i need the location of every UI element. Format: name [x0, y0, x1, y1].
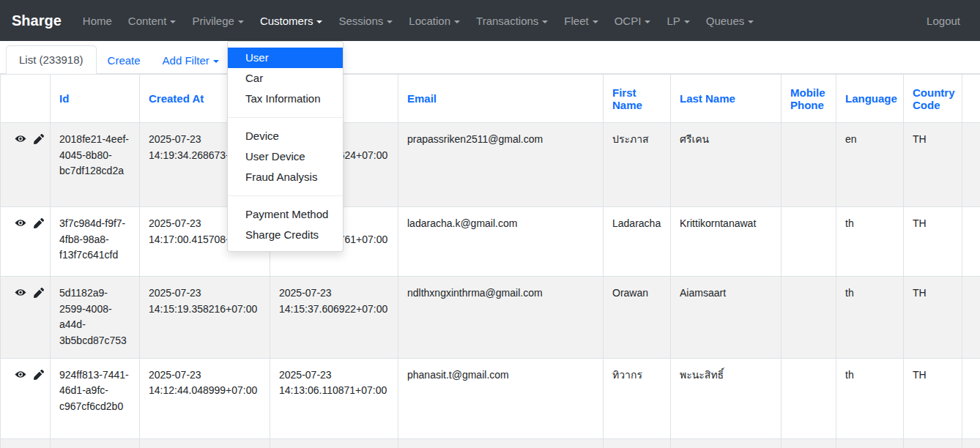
nav-item-sessions[interactable]: Sessions: [330, 9, 401, 33]
nav-item-label: Privilege: [192, 15, 234, 27]
cell-first-name: ทิวากร: [604, 358, 671, 438]
cell-country-code: TH: [904, 358, 962, 438]
eye-icon[interactable]: [14, 133, 27, 144]
cell-overflow: [962, 207, 980, 277]
row-actions: [1, 438, 51, 448]
dropdown-item-fraud-analysis[interactable]: Fraud Analysis: [228, 167, 343, 187]
dropdown-divider: [228, 195, 343, 196]
column-header-email[interactable]: Email: [398, 75, 604, 123]
eye-icon[interactable]: [14, 287, 27, 298]
eye-icon[interactable]: [14, 369, 27, 380]
cell-id: 3f7c984d-f9f7-4fb8-98a8-f13f7c641cfd: [51, 207, 140, 277]
cell-first-name: ประภาส: [604, 123, 671, 207]
dropdown-item-tax-information[interactable]: Tax Information: [228, 89, 343, 109]
cell-id: 5d1182a9-2599-4008-a44d-3b5bcd87c753: [51, 277, 140, 359]
cell-last-name: ศรีเคน: [671, 123, 782, 207]
chevron-down-icon: [316, 20, 322, 23]
nav-item-label: Customers: [260, 15, 313, 27]
cell-country-code: TH: [904, 123, 962, 207]
row-actions: [1, 123, 51, 207]
column-header-last-name[interactable]: Last Name: [671, 75, 782, 123]
cell-language: th: [836, 277, 904, 359]
cell-last-name: Krittikorntanawat: [671, 207, 782, 277]
dropdown-item-user-device[interactable]: User Device: [228, 146, 343, 167]
table-row: 924ff813-7441-46d1-a9fc-c967cf6cd2b0 202…: [1, 358, 980, 438]
table-row: 5d1182a9-2599-4008-a44d-3b5bcd87c753 202…: [1, 277, 980, 359]
column-header-actions: [1, 75, 51, 123]
row-actions: [1, 207, 51, 277]
column-header-id[interactable]: Id: [51, 75, 140, 123]
cell-email: phanasit.t@gmail.com: [398, 358, 604, 438]
nav-item-ocpi[interactable]: OCPI: [606, 9, 659, 33]
cell-language: en: [836, 123, 904, 207]
cell-id: 2018fe21-4eef-4045-8b80-bc7df128cd2a: [51, 123, 140, 207]
nav-item-fleet[interactable]: Fleet: [556, 9, 606, 33]
nav-item-customers[interactable]: Customers: [252, 9, 331, 33]
nav-item-label: Sessions: [338, 15, 383, 27]
navbar: Sharge Home Content Privilege Customers …: [0, 0, 980, 41]
nav-item-privilege[interactable]: Privilege: [184, 9, 252, 33]
chevron-down-icon: [593, 20, 598, 23]
row-actions: [1, 358, 51, 438]
tab-add-filter[interactable]: Add Filter: [152, 47, 230, 74]
chevron-down-icon: [387, 20, 393, 23]
cell-email: prapassriken2511@gmal.com: [398, 123, 604, 207]
customers-dropdown-menu: User Car Tax Information Device User Dev…: [227, 41, 344, 252]
pencil-icon[interactable]: [34, 134, 44, 144]
nav-item-location[interactable]: Location: [401, 9, 468, 33]
chevron-down-icon: [748, 20, 754, 23]
nav-item-label: Transactions: [476, 15, 538, 27]
cell-mobile-phone: [782, 207, 836, 277]
chevron-down-icon: [542, 20, 548, 23]
tab-list[interactable]: List (233918): [6, 45, 97, 74]
column-header-country-code[interactable]: Country Code: [904, 75, 962, 123]
table-row: 2018fe21-4eef-4045-8b80-bc7df128cd2a 202…: [1, 123, 980, 207]
nav-item-transactions[interactable]: Transactions: [468, 9, 556, 33]
nav-item-label: Content: [128, 15, 167, 27]
pencil-icon[interactable]: [34, 288, 44, 298]
nav-item-label: LP: [667, 15, 680, 27]
nav-item-content[interactable]: Content: [120, 9, 185, 33]
column-header-language[interactable]: Language: [836, 75, 904, 123]
cell-email: ndlthxngxinthrma@gmail.com: [398, 277, 604, 359]
dropdown-item-payment-method[interactable]: Payment Method: [228, 204, 343, 225]
cell-id: 924ff813-7441-46d1-a9fc-c967cf6cd2b0: [51, 358, 140, 438]
dropdown-item-user[interactable]: User: [228, 48, 343, 68]
cell-language: th: [836, 358, 904, 438]
nav-item-label: Queues: [706, 15, 745, 27]
pencil-icon[interactable]: [34, 218, 44, 228]
nav-item-queues[interactable]: Queues: [698, 9, 762, 33]
dropdown-item-sharge-credits[interactable]: Sharge Credits: [228, 225, 343, 245]
column-header-overflow: [962, 75, 980, 123]
chevron-down-icon: [213, 60, 219, 63]
cell-overflow: [962, 358, 980, 438]
column-header-mobile-phone[interactable]: Mobile Phone: [782, 75, 836, 123]
cell-last-name: พะนะสิทธิ์: [671, 358, 782, 438]
cell-first-name: Orawan: [604, 277, 671, 359]
dropdown-divider: [228, 117, 343, 118]
nav-item-home[interactable]: Home: [75, 9, 120, 33]
chevron-down-icon: [454, 20, 460, 23]
tab-create[interactable]: Create: [97, 47, 152, 74]
pencil-icon[interactable]: [34, 370, 44, 380]
cell-overflow: [962, 123, 980, 207]
nav-item-lp[interactable]: LP: [658, 9, 697, 33]
chevron-down-icon: [238, 20, 244, 23]
cell-country-code: TH: [904, 207, 962, 277]
column-header-first-name[interactable]: First Name: [604, 75, 671, 123]
cell-country-code: TH: [904, 277, 962, 359]
user-list-table-container: Id Created At Updated At Email First Nam…: [0, 74, 980, 448]
nav-item-label: Fleet: [564, 15, 588, 27]
chevron-down-icon: [170, 20, 176, 23]
dropdown-item-device[interactable]: Device: [228, 126, 343, 146]
tab-add-filter-label: Add Filter: [163, 54, 209, 67]
nav-item-label: OCPI: [615, 15, 642, 27]
brand-logo[interactable]: Sharge: [12, 12, 62, 29]
eye-icon[interactable]: [14, 217, 27, 228]
dropdown-item-car[interactable]: Car: [228, 68, 343, 89]
table-header-row: Id Created At Updated At Email First Nam…: [1, 75, 980, 123]
logout-button[interactable]: Logout: [918, 9, 968, 33]
chevron-down-icon: [684, 20, 690, 23]
tab-bar: List (233918) Create Add Filter: [0, 45, 980, 74]
user-list-table: Id Created At Updated At Email First Nam…: [0, 74, 980, 448]
